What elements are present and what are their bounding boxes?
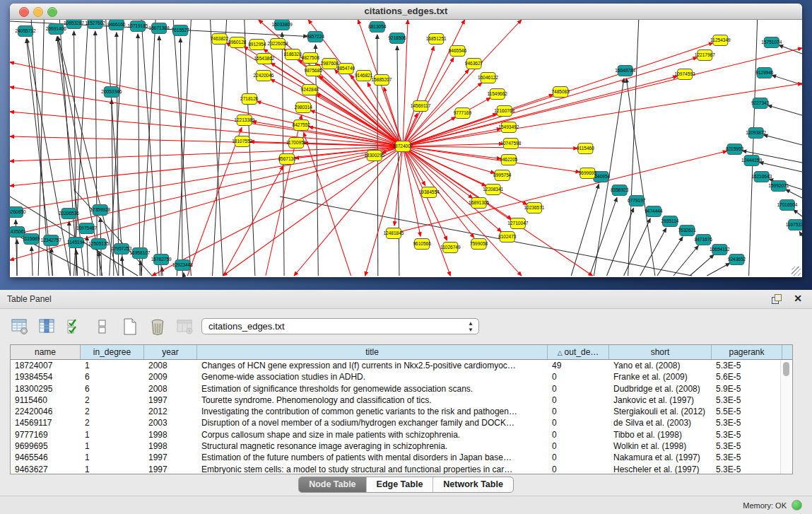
table-row[interactable]: 1830029562008Estimation of significance … <box>11 383 792 395</box>
table-row[interactable]: 2242004622012Investigating the contribut… <box>11 406 792 417</box>
delete-table-button[interactable] <box>175 317 195 337</box>
network-node-label: 15885207 <box>371 77 392 82</box>
network-node-label: 20691406 <box>46 26 66 31</box>
network-node-label: 8912954 <box>248 42 266 47</box>
table-cell: Hescheler et al. (1997) <box>609 464 712 474</box>
network-node-label: 16958107 <box>129 250 150 255</box>
network-node-label: 2935114 <box>661 218 679 223</box>
network-node-label: 2980314 <box>295 105 313 110</box>
table-vertical-scrollbar[interactable] <box>780 360 792 474</box>
network-node-label: 15751074 <box>761 40 782 45</box>
network-canvas[interactable]: 1872400724055712206914061065328711527602… <box>10 20 802 277</box>
table-cell: 5.3E-5 <box>712 464 782 474</box>
network-node-label: 18107552 <box>232 139 252 144</box>
show-column-button[interactable] <box>37 317 57 337</box>
table-cell: 0 <box>548 371 609 382</box>
table-cell: Nakamura et al. (1997) <box>609 452 712 463</box>
tab-edge-table[interactable]: Edge Table <box>367 477 434 492</box>
table-row[interactable]: 946362711997Embryonic stem cells: a mode… <box>11 464 792 474</box>
delete-columns-button[interactable] <box>148 317 167 337</box>
table-cell: 1998 <box>144 429 197 440</box>
network-node-label: 12710047 <box>507 221 528 226</box>
tab-network-table[interactable]: Network Table <box>433 477 513 492</box>
table-cell: Disruption of a novel member of a sodium… <box>197 417 548 428</box>
column-header-outde[interactable]: △out_de… <box>548 345 609 359</box>
column-header-title[interactable]: title <box>197 345 548 359</box>
network-node-label: 18300295 <box>364 153 384 158</box>
table-row[interactable]: 946554611997Estimation of the future num… <box>11 452 792 463</box>
network-node-label: 11254349 <box>710 37 731 42</box>
table-row[interactable]: 1872400712008Changes of HCN gene express… <box>11 360 792 371</box>
window-title-bar[interactable]: citations_edges.txt <box>10 4 802 20</box>
table-cell: de Silva et al. (2003) <box>609 417 712 428</box>
table-cell: 22420046 <box>11 406 81 417</box>
network-node-label: 9146821 <box>355 73 373 78</box>
float-panel-icon[interactable] <box>771 293 782 305</box>
network-node-label: 22420046 <box>253 73 273 78</box>
table-cell: Corpus callosum shape and size in male p… <box>197 429 548 440</box>
column-header-pagerank[interactable]: pagerank <box>712 345 782 359</box>
table-row[interactable]: 911546021997Tourette syndrome. Phenomeno… <box>11 395 792 406</box>
network-node-label: 8854749 <box>337 66 355 71</box>
network-node-label: 2987608 <box>321 61 339 66</box>
table-cell: 2 <box>81 417 144 428</box>
network-node-label: 16033809 <box>272 22 293 27</box>
network-node-label: 9243652 <box>728 257 746 262</box>
table-selector-value: citations_edges.txt <box>208 321 285 332</box>
network-node-label: 10654112 <box>710 247 730 252</box>
window-resize-grip[interactable] <box>792 267 801 276</box>
network-node-label: 17957253 <box>111 246 131 251</box>
table-row[interactable]: 977716911998Corpus callosum shape and si… <box>11 429 792 440</box>
network-node-label: 9857224 <box>307 34 325 39</box>
column-header-short[interactable]: short <box>609 345 712 359</box>
network-node-label: 12093872 <box>746 130 766 135</box>
table-cell: Structural magnetic resonance image aver… <box>197 440 548 452</box>
create-column-button[interactable] <box>120 317 140 337</box>
network-node-label: 9462205 <box>500 157 518 162</box>
network-node-label: 9227343 <box>751 100 770 105</box>
checklist-icon <box>66 317 84 336</box>
table-cell: Tourette syndrome. Phenomenology and cla… <box>197 395 548 406</box>
network-node-label: 8466160 <box>107 22 126 27</box>
table-column-icon <box>38 317 57 336</box>
network-node-label: 10975487 <box>76 226 97 230</box>
network-node-label: 9474444 <box>645 209 663 214</box>
network-view-window: citations_edges.txt 18724007240557122069… <box>10 4 802 277</box>
scrollbar-thumb[interactable] <box>783 362 789 376</box>
column-header-indegree[interactable]: in_degree <box>81 345 144 359</box>
network-node-label: 7632621 <box>678 228 696 233</box>
new-document-icon <box>121 317 139 336</box>
tab-node-table[interactable]: Node Table <box>299 477 366 492</box>
table-cell: Embryonic stem cells: a model to study s… <box>197 464 548 474</box>
network-node-label: 12160768 <box>494 108 514 113</box>
network-node-label: 12208341 <box>483 187 503 192</box>
network-node-label: 12481845 <box>383 230 404 235</box>
table-selector-dropdown[interactable]: citations_edges.txt ▲▼ <box>201 318 479 334</box>
network-node-label: 16210643 <box>751 174 772 179</box>
table-mode-button[interactable] <box>10 317 30 337</box>
table-cell: 5.3E-5 <box>712 395 782 406</box>
table-cell: 9777169 <box>11 429 81 440</box>
table-cell: 2008 <box>144 383 197 395</box>
table-cell: 1 <box>81 360 144 371</box>
table-row[interactable]: 1938455462009Genome-wide association stu… <box>11 371 792 382</box>
network-node-label: 16543862 <box>254 56 274 61</box>
table-panel-title: Table Panel <box>7 294 52 304</box>
select-columns-button[interactable] <box>65 317 85 337</box>
network-node-label: 8995754 <box>493 173 512 177</box>
table-cell: 1998 <box>144 440 197 452</box>
network-node-label: 16671388 <box>149 25 170 30</box>
table-cell: Genome-wide association studies in ADHD. <box>197 371 548 382</box>
table-cell: 5.3E-5 <box>712 429 782 440</box>
column-header-year[interactable]: year <box>144 345 197 359</box>
table-cell: 0 <box>548 440 609 452</box>
row-height-button[interactable] <box>93 317 112 337</box>
table-cell: 2009 <box>144 371 197 382</box>
table-row[interactable]: 969969511998Structural magnetic resonanc… <box>11 440 792 452</box>
network-node-label: 20053346 <box>101 89 122 94</box>
network-node-label: 16782759 <box>151 257 172 262</box>
network-node-label: 8427552 <box>293 122 311 127</box>
close-panel-icon[interactable]: ✕ <box>794 293 802 304</box>
table-row[interactable]: 1456911722003Disruption of a novel membe… <box>11 417 792 428</box>
column-header-name[interactable]: name <box>11 345 81 359</box>
